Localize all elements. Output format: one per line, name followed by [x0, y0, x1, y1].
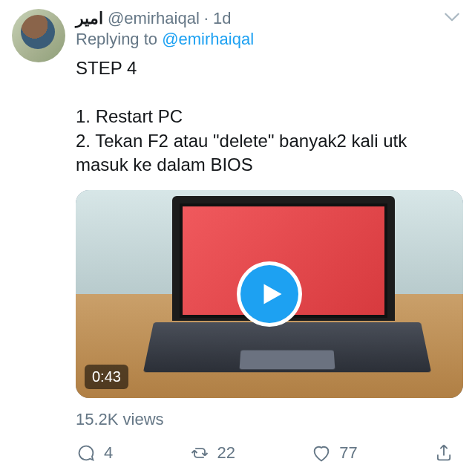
user-handle[interactable]: @emirhaiqal	[108, 9, 200, 28]
heart-icon	[311, 443, 332, 463]
play-icon	[258, 281, 285, 307]
reply-context: Replying to @emirhaiqal	[76, 30, 463, 49]
share-icon	[433, 443, 454, 463]
retweet-icon	[189, 443, 210, 463]
timestamp[interactable]: 1d	[213, 9, 231, 28]
retweet-count: 22	[217, 443, 235, 463]
tweet-text: STEP 4 1. Restart PC 2. Tekan F2 atau "d…	[76, 56, 463, 177]
display-name[interactable]: امير	[76, 9, 103, 28]
tweet: امير @emirhaiqal · 1d Replying to @emirh…	[0, 0, 475, 469]
reply-mention[interactable]: @emirhaiqal	[162, 30, 254, 48]
reply-count: 4	[104, 443, 113, 463]
tweet-actions: 4 22 77	[76, 443, 463, 463]
play-button[interactable]	[240, 265, 298, 323]
video-duration: 0:43	[85, 365, 128, 389]
avatar[interactable]	[12, 9, 65, 62]
tweet-content: امير @emirhaiqal · 1d Replying to @emirh…	[76, 9, 463, 463]
share-button[interactable]	[433, 443, 454, 463]
retweet-button[interactable]: 22	[189, 443, 235, 463]
replying-prefix: Replying to	[76, 30, 162, 48]
reply-button[interactable]: 4	[76, 443, 113, 463]
separator: ·	[204, 9, 209, 28]
like-count: 77	[339, 443, 357, 463]
tweet-menu-button[interactable]	[442, 7, 462, 27]
like-button[interactable]: 77	[311, 443, 357, 463]
video-attachment[interactable]: 0:43	[76, 190, 463, 398]
chevron-down-icon	[442, 7, 462, 27]
tweet-header: امير @emirhaiqal · 1d	[76, 9, 463, 28]
reply-icon	[76, 443, 96, 463]
view-count: 15.2K views	[76, 410, 463, 429]
